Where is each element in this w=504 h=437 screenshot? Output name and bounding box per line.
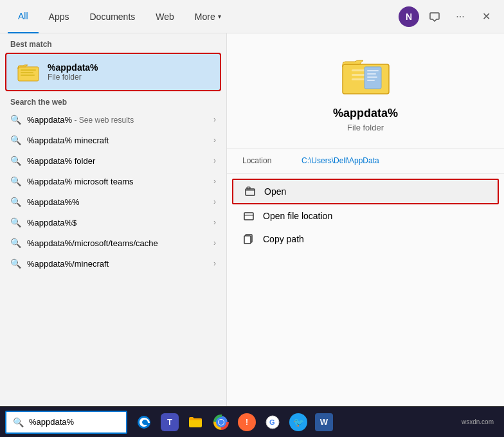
location-value[interactable]: C:\Users\Dell\AppData [302, 156, 379, 165]
result-item-4[interactable]: 🔍%appdata%%› [0, 192, 226, 212]
tab-all[interactable]: All [8, 0, 39, 33]
feedback-button[interactable] [424, 6, 445, 27]
action-label-copy_path: Copy path [263, 234, 304, 244]
taskbar-google-icon[interactable]: G [261, 411, 284, 434]
chevron-right-icon: › [213, 238, 216, 247]
action-label-open_file_location: Open file location [263, 211, 332, 221]
taskbar-search-box[interactable]: 🔍 %appdata% [5, 411, 127, 434]
tab-apps[interactable]: Apps [39, 0, 80, 33]
divider-mid [227, 173, 504, 174]
search-icon: 🔍 [10, 238, 21, 248]
tab-web-label: Web [156, 12, 174, 22]
item-subtitle: File folder [347, 123, 384, 132]
action-open[interactable]: Open [232, 179, 499, 204]
close-button[interactable]: ✕ [476, 6, 496, 27]
copy-path-icon [242, 234, 255, 244]
result-item-1[interactable]: 🔍%appdata% minecraft› [0, 130, 226, 150]
best-match-type: File folder [48, 73, 98, 82]
taskbar-edge-icon[interactable] [132, 411, 156, 434]
svg-point-25 [219, 420, 224, 425]
svg-rect-10 [367, 73, 376, 75]
svg-rect-9 [367, 70, 379, 71]
best-match-item[interactable]: %appdata% File folder [5, 53, 221, 91]
action-open_file_location[interactable]: Open file location [227, 204, 504, 227]
search-icon: 🔍 [13, 417, 24, 427]
result-item-0[interactable]: 🔍%appdata% - See web results› [0, 109, 226, 130]
search-input-value[interactable]: %appdata% [29, 417, 74, 427]
taskbar-teams-icon[interactable]: T [158, 411, 181, 434]
item-title: %appdata% [333, 107, 398, 120]
nav-actions: N ··· ✕ [399, 6, 496, 27]
chevron-right-icon: › [213, 156, 216, 165]
chevron-right-icon: › [213, 197, 216, 206]
folder-icon-large [340, 53, 392, 96]
svg-rect-1 [21, 69, 36, 71]
file-location-icon [242, 211, 255, 221]
tab-web[interactable]: Web [145, 0, 184, 33]
tab-more[interactable]: More ▾ [184, 0, 231, 33]
tab-apps-label: Apps [49, 12, 69, 22]
svg-rect-2 [21, 72, 33, 73]
search-icon: 🔍 [10, 217, 21, 227]
chevron-right-icon: › [213, 177, 216, 186]
right-panel: %appdata% File folder Location C:\Users\… [226, 33, 504, 406]
svg-text:G: G [269, 418, 275, 426]
result-item-6[interactable]: 🔍%appdata%/microsoft/teams/cache› [0, 233, 226, 253]
result-item-5[interactable]: 🔍%appdata%$› [0, 212, 226, 233]
search-icon: 🔍 [10, 156, 21, 166]
svg-rect-15 [244, 213, 253, 220]
tab-documents[interactable]: Documents [79, 0, 145, 33]
svg-rect-0 [18, 67, 39, 81]
svg-rect-11 [367, 76, 377, 78]
taskbar-chrome-icon[interactable] [210, 411, 233, 434]
tab-documents-label: Documents [89, 12, 135, 22]
avatar[interactable]: N [399, 6, 419, 27]
taskbar-word-icon[interactable]: W [312, 411, 336, 434]
action-copy_path[interactable]: Copy path [227, 227, 504, 251]
result-item-3[interactable]: 🔍%appdata% microsoft teams› [0, 171, 226, 192]
location-label: Location [242, 156, 294, 165]
taskbar-icon-5[interactable]: ! [235, 411, 258, 434]
taskbar-twitter-icon[interactable]: 🐦 [287, 411, 310, 434]
svg-rect-14 [247, 187, 250, 189]
chevron-right-icon: › [213, 136, 216, 145]
folder-icon-small [17, 60, 40, 84]
action-list: OpenOpen file locationCopy path [227, 179, 504, 251]
search-icon: 🔍 [10, 135, 21, 145]
action-label-open: Open [264, 186, 286, 197]
search-icon: 🔍 [10, 114, 21, 125]
open-icon [244, 186, 256, 197]
best-match-name: %appdata% [48, 62, 98, 73]
search-web-label: Search the web [0, 91, 226, 109]
taskbar-explorer-icon[interactable] [184, 411, 207, 434]
result-item-7[interactable]: 🔍%appdata%/minecraft› [0, 253, 226, 274]
chevron-right-icon: › [213, 259, 216, 268]
chevron-down-icon: ▾ [218, 13, 221, 20]
top-nav: All Apps Documents Web More ▾ N ··· ✕ [0, 0, 504, 33]
watermark: wsxdn.com [462, 418, 494, 425]
result-list: 🔍%appdata% - See web results›🔍%appdata% … [0, 109, 226, 274]
tab-all-label: All [18, 11, 28, 21]
svg-rect-17 [244, 236, 251, 244]
search-icon: 🔍 [10, 176, 21, 186]
chevron-right-icon: › [213, 115, 216, 124]
more-options-button[interactable]: ··· [450, 6, 471, 27]
main-container: Best match %appdata% File folder Search … [0, 33, 504, 406]
result-item-2[interactable]: 🔍%appdata% folder› [0, 150, 226, 171]
svg-rect-3 [21, 75, 35, 76]
tab-more-label: More [195, 12, 215, 22]
search-icon: 🔍 [10, 197, 21, 207]
chevron-right-icon: › [213, 218, 216, 227]
svg-rect-12 [367, 80, 375, 81]
search-icon: 🔍 [10, 258, 21, 269]
details-row: Location C:\Users\Dell\AppData [227, 151, 504, 170]
divider-top [227, 148, 504, 148]
best-match-label: Best match [0, 33, 226, 53]
taskbar: 🔍 %appdata% T ! [0, 406, 504, 437]
left-panel: Best match %appdata% File folder Search … [0, 33, 226, 406]
